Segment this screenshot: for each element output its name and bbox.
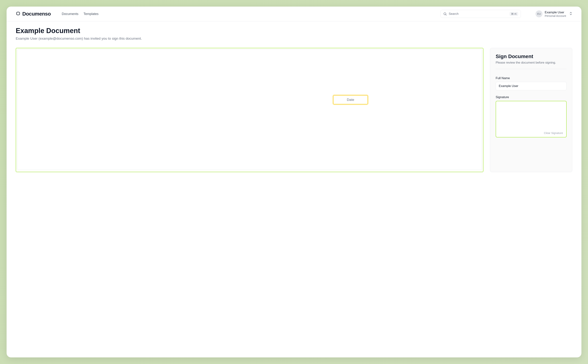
svg-line-1 [446, 15, 447, 15]
document-page: Date [17, 49, 482, 170]
app-window: Documenso Documents Templates ⌘+K EU Exa… [7, 6, 581, 358]
search-bar[interactable]: ⌘+K [440, 10, 521, 18]
logo[interactable]: Documenso [16, 11, 51, 17]
page-subtitle: Example User (example@documenso.com) has… [16, 37, 572, 41]
search-shortcut: ⌘+K [509, 12, 518, 16]
search-input[interactable] [449, 12, 509, 16]
sign-sidebar: Sign Document Please review the document… [490, 48, 572, 172]
sidebar-title: Sign Document [496, 53, 567, 59]
signature-pad[interactable]: Clear Signature [496, 101, 567, 137]
account-info: Example User Personal Account [545, 11, 566, 17]
main-layout: Date Sign Document Please review the doc… [16, 48, 572, 172]
account-type: Personal Account [545, 14, 566, 17]
page-title: Example Document [16, 27, 572, 35]
main-nav: Documents Templates [62, 12, 99, 16]
date-field[interactable]: Date [333, 95, 368, 104]
content-area: Example Document Example User (example@d… [7, 21, 581, 178]
chevron-up-down-icon [569, 12, 572, 16]
avatar: EU [535, 10, 542, 17]
document-viewer[interactable]: Date [16, 48, 483, 172]
full-name-field[interactable] [496, 82, 567, 90]
sidebar-subtitle: Please review the document before signin… [496, 61, 567, 69]
nav-templates[interactable]: Templates [84, 12, 99, 16]
account-name: Example User [545, 11, 566, 14]
full-name-label: Full Name [496, 76, 567, 80]
account-menu[interactable]: EU Example User Personal Account [535, 10, 572, 17]
search-icon [443, 12, 447, 16]
nav-documents[interactable]: Documents [62, 12, 79, 16]
brand-seal-icon [16, 12, 20, 16]
signature-label: Signature [496, 95, 567, 99]
clear-signature-button[interactable]: Clear Signature [544, 131, 563, 135]
brand-name: Documenso [22, 11, 51, 17]
app-header: Documenso Documents Templates ⌘+K EU Exa… [7, 6, 581, 21]
